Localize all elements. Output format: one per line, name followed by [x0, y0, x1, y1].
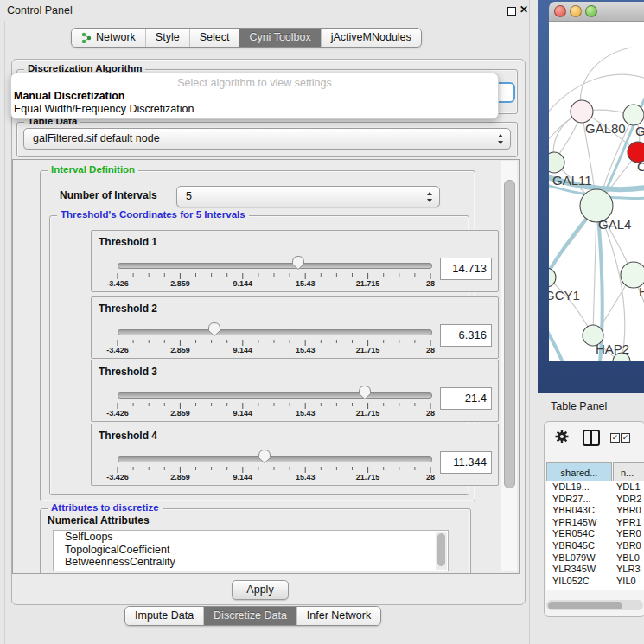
num-intervals-label: Number of Intervals [60, 189, 157, 201]
table-data-combo-value: galFiltered.sif default node [33, 132, 160, 144]
minimize-traffic-light-icon[interactable] [570, 5, 582, 17]
close-icon[interactable]: ✕ [520, 3, 528, 16]
threshold-label: Threshold 2 [99, 303, 157, 315]
attribute-item[interactable]: BetweennessCentrality [54, 556, 448, 569]
attribute-item[interactable]: TopologicalCoefficient [54, 544, 448, 557]
tab-jactivemnodules[interactable]: jActiveMNodules [322, 29, 421, 47]
apply-button[interactable]: Apply [232, 580, 289, 600]
cell-name[interactable]: YPR1 [612, 517, 644, 529]
slider-thumb[interactable] [207, 322, 221, 337]
thresholds-group: Threshold's Coordinates for 5 Intervals … [49, 215, 469, 495]
tick-label: 15.43 [296, 409, 316, 418]
slider-thumb[interactable] [291, 255, 305, 271]
threshold-label: Threshold 3 [99, 366, 157, 378]
float-window-icon[interactable] [507, 7, 516, 16]
threshold-value-field[interactable]: 21.4 [440, 387, 492, 410]
cell-name[interactable]: YDL1 [612, 481, 644, 494]
threshold-label: Threshold 1 [99, 236, 157, 248]
settings-scrollbar-thumb[interactable] [504, 180, 515, 488]
checkbox-icon[interactable]: ✓ [610, 433, 620, 443]
threshold-label: Threshold 4 [99, 430, 157, 442]
threshold-value-field[interactable]: 6.316 [440, 324, 492, 347]
table-row[interactable]: YDR27...YDR2 [546, 494, 644, 506]
gear-icon[interactable] [554, 429, 570, 444]
dropdown-item-equal-width[interactable]: Equal Width/Frequency Discretization [14, 103, 194, 115]
zoom-traffic-light-icon[interactable] [585, 5, 597, 17]
cell-shared-name[interactable]: YIL052C [546, 576, 612, 588]
tab-label: Style [156, 31, 180, 43]
table-row[interactable]: YIL052CYIL0 [546, 576, 644, 588]
tick-label: -3.426 [106, 409, 129, 418]
tab-discretize-data[interactable]: Discretize Data [204, 607, 297, 625]
cell-shared-name[interactable]: YBR043C [546, 505, 612, 517]
thresholds-group-title: Threshold's Coordinates for 5 Intervals [57, 209, 249, 220]
tab-network[interactable]: Network [72, 29, 146, 47]
table-row[interactable]: YBR045CYBR0 [546, 540, 644, 552]
network-node[interactable] [571, 100, 593, 123]
tab-label: jActiveMNodules [331, 31, 411, 43]
slider-track[interactable] [118, 456, 432, 462]
table-hscrollbar[interactable] [546, 600, 643, 610]
cell-name[interactable]: YDR2 [612, 494, 644, 506]
table-header-shared[interactable]: shared... [546, 462, 612, 481]
attributes-scrollbar-thumb[interactable] [437, 533, 445, 566]
cell-shared-name[interactable]: YBL079W [546, 552, 612, 564]
tick-label: 15.43 [296, 279, 316, 288]
slider-ticks [112, 403, 437, 410]
table-rows: YDL19...YDL1YDR27...YDR2YBR043CYBR0YPR14… [546, 481, 644, 590]
table-row[interactable]: YPR145WYPR1 [546, 517, 644, 529]
cell-name[interactable]: YLR3 [612, 564, 644, 576]
cell-name[interactable]: YIL0 [612, 576, 644, 588]
num-intervals-combo[interactable]: 5 [176, 186, 440, 207]
checkbox-icon[interactable]: ✓ [621, 433, 630, 443]
combo-arrows-icon [427, 192, 433, 202]
network-node[interactable] [623, 105, 644, 125]
split-pane-divider[interactable] [529, 0, 530, 644]
network-edge-highlighted [549, 317, 563, 361]
table-row[interactable]: YDL19...YDL1 [546, 481, 644, 494]
tab-infer-network[interactable]: Infer Network [297, 607, 380, 625]
tick-label: 9.144 [233, 346, 253, 354]
cell-name[interactable]: YER0 [612, 528, 644, 540]
cell-shared-name[interactable]: YER054C [546, 528, 612, 540]
slider-track[interactable] [118, 392, 432, 399]
cell-name[interactable]: YBL0 [612, 552, 644, 564]
numerical-attributes-list: SelfLoopsTopologicalCoefficientBetweenne… [53, 530, 449, 571]
slider-thumb[interactable] [358, 385, 372, 400]
table-row[interactable]: YBL079WYBL0 [546, 552, 644, 564]
cell-name[interactable]: YBR0 [612, 540, 644, 552]
settings-scroll-viewport: Interval Definition Number of Intervals … [12, 159, 520, 574]
slider-track[interactable] [118, 263, 432, 269]
slider-track[interactable] [118, 329, 432, 335]
dropdown-item-manual[interactable]: Manual Discretization [14, 90, 125, 102]
cell-shared-name[interactable]: YPR145W [546, 517, 612, 529]
network-canvas[interactable]: GAL80GCGAL11GAL4GCY1HHAP2 [549, 22, 644, 361]
network-node-label: GAL11 [552, 173, 592, 188]
table-data-combo[interactable]: galFiltered.sif default node [23, 128, 511, 150]
tab-impute-data[interactable]: Impute Data [125, 607, 204, 625]
cell-shared-name[interactable]: YBR045C [546, 540, 612, 552]
bottom-tab-bar: Impute DataDiscretize DataInfer Network [124, 606, 381, 626]
slider-thumb[interactable] [258, 449, 271, 464]
cell-shared-name[interactable]: YLR345W [546, 564, 612, 576]
tab-select[interactable]: Select [190, 29, 240, 47]
cell-shared-name[interactable]: YDL19... [546, 481, 612, 494]
split-columns-icon[interactable] [583, 430, 600, 446]
tab-style[interactable]: Style [146, 29, 190, 47]
threshold-value-field[interactable]: 14.713 [440, 258, 492, 280]
table-row[interactable]: YER054CYER0 [546, 528, 644, 540]
attribute-item[interactable]: SelfLoops [54, 531, 448, 544]
tick-label: 9.144 [233, 409, 253, 418]
cell-name[interactable]: YBR0 [612, 505, 644, 517]
table-row[interactable]: YBR043CYBR0 [546, 505, 644, 517]
table-row[interactable]: YLR345WYLR3 [546, 564, 644, 576]
tab-cyni-toolbox[interactable]: Cyni Toolbox [239, 29, 321, 47]
threshold-value-field[interactable]: 11.344 [440, 451, 492, 474]
network-node[interactable] [549, 152, 564, 173]
cell-shared-name[interactable]: YDR27... [546, 494, 612, 506]
close-traffic-light-icon[interactable] [554, 5, 566, 17]
slider-ticks [112, 340, 437, 347]
attributes-scrollbar[interactable] [436, 532, 447, 570]
table-hscrollbar-thumb[interactable] [548, 602, 622, 609]
table-header-name[interactable]: n... [613, 462, 644, 481]
